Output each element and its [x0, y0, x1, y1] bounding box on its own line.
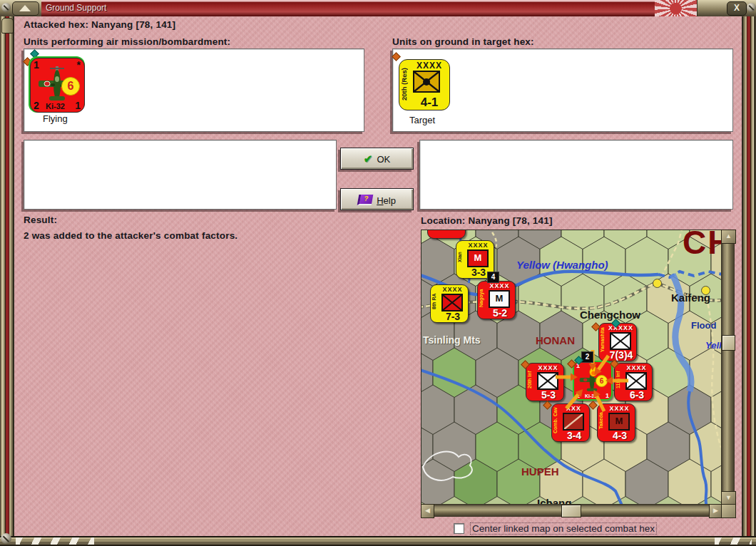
- result-text: 2 was added to the attacker's combat fac…: [24, 230, 237, 241]
- checkmark-icon: ✔: [364, 153, 373, 165]
- scroll-corner: [721, 504, 736, 518]
- triangle-icon: [19, 5, 31, 11]
- air-rating: 6: [61, 77, 80, 96]
- unit-name: 20th Inf: [526, 366, 534, 394]
- unit-size: XXXX: [486, 282, 514, 289]
- unit-value: 7-3: [439, 311, 467, 322]
- air-rating: 6: [596, 375, 608, 387]
- title-bar-corner: [0, 0, 41, 16]
- unit-symbol: M: [467, 249, 489, 267]
- help-button-label: H: [377, 195, 383, 206]
- title-bar[interactable]: Ground Support X: [0, 0, 756, 17]
- counter-extended: 1: [606, 392, 609, 399]
- map-unit-counter[interactable]: XXXXXianM3-3: [456, 240, 494, 279]
- ground-unit-caption: Target: [409, 115, 435, 125]
- location-label: Location: Nanyang [78, 141]: [421, 215, 553, 226]
- window-title: Ground Support: [46, 3, 106, 13]
- ok-button-label: OK: [377, 154, 390, 165]
- unit-value: 5-2: [486, 307, 514, 319]
- unit-size: XXXX: [606, 405, 633, 412]
- system-menu-button[interactable]: [12, 1, 39, 16]
- screw-icon: [747, 3, 756, 12]
- footer-row: Center linked map on selected combat hex: [454, 522, 657, 534]
- map-hscroll-thumb[interactable]: [561, 505, 581, 517]
- map-unit-counter[interactable]: XXXXTakedaM4-3: [597, 403, 635, 442]
- status-dot-orange: [392, 52, 401, 61]
- ground-units-label: Units on ground in target hex:: [392, 36, 534, 47]
- aircraft-type: Ki-32: [46, 102, 65, 110]
- center-map-checkbox-label[interactable]: Center linked map on selected combat hex: [470, 522, 657, 535]
- unit-name: 20th (Res): [400, 63, 409, 105]
- tactical-map[interactable]: CHYellow (Hwangho)wanChengchowKaifengFlo…: [421, 230, 722, 505]
- unit-symbol: [610, 332, 631, 350]
- map-vscroll-thumb[interactable]: [722, 335, 735, 351]
- close-button[interactable]: X: [727, 1, 747, 16]
- unit-size: XXXX: [464, 242, 492, 249]
- help-button[interactable]: Help: [340, 188, 414, 210]
- unit-size: XXXX: [534, 364, 562, 371]
- help-book-icon: [357, 195, 374, 205]
- unit-name: Yamashita: [599, 326, 607, 354]
- result-label: Result:: [24, 215, 57, 225]
- unit-size: XXXXX: [607, 324, 635, 331]
- map-unit-counter[interactable]: XXXComb. Cav3-4: [551, 403, 590, 442]
- unit-symbol: [537, 372, 558, 390]
- window-frame-left: [0, 16, 14, 536]
- map-unit-counter[interactable]: XXXX20th Inf5-3: [526, 363, 564, 401]
- unit-symbol: M: [608, 413, 630, 431]
- unit-size: XXXX: [409, 61, 449, 71]
- air-unit-counter[interactable]: 1 * 6 2 Ki-32 1: [30, 58, 85, 113]
- help-button-label-rest: elp: [384, 195, 396, 206]
- map-unit-counter[interactable]: XXXXNagoyaM5-2: [477, 281, 516, 319]
- map-units-layer: XXXXXianM3-3XXXX8th RA7-3XXXXNagoyaM5-2X…: [422, 230, 721, 504]
- status-dot-teal: [30, 49, 39, 58]
- air-units-list: 1 * 6 2 Ki-32 1 Fly: [24, 48, 364, 132]
- counter-range: 2: [34, 100, 39, 111]
- window-frame-right: [742, 16, 756, 536]
- frame-handle: [1, 18, 14, 34]
- window-frame-bottom: [0, 536, 756, 546]
- unit-name: Comb. Cav: [552, 406, 560, 435]
- ground-support-window: Ground Support X Attacked hex: Nanyang […: [0, 0, 756, 546]
- unit-symbol: [625, 372, 647, 390]
- center-map-checkbox[interactable]: [454, 523, 464, 534]
- ok-button[interactable]: ✔OK: [340, 148, 414, 170]
- infantry-symbol: [413, 71, 440, 93]
- left-empty-list: [24, 140, 337, 210]
- map-vscroll-track[interactable]: [721, 230, 735, 504]
- attacked-hex-label: Attacked hex: Nanyang [78, 141]: [24, 19, 175, 30]
- screw-icon: [1, 533, 11, 544]
- frame-stripes: [16, 537, 94, 545]
- unit-value: 7(3)4: [607, 349, 635, 361]
- map-unit-counter[interactable]: XXXXXYamashita7(3)4: [598, 323, 637, 361]
- map-vscroll-down[interactable]: ▼: [721, 491, 736, 505]
- title-bar-right: X: [697, 0, 756, 16]
- aircraft-type: Ki-32: [585, 393, 597, 398]
- unit-value: 4-1: [409, 96, 449, 110]
- unit-value: 3-3: [464, 267, 493, 278]
- air-unit-caption: Flying: [43, 113, 68, 124]
- unit-name: Xian: [456, 243, 464, 272]
- unit-name: Takeda: [598, 406, 606, 435]
- combat-hex-air-counter[interactable]: 162Ki-321: [573, 361, 613, 401]
- counter-extended: 1: [75, 100, 81, 111]
- unit-name: 8th RA: [431, 287, 439, 316]
- unit-value: 4-3: [606, 430, 634, 441]
- unit-value: 6-3: [623, 389, 651, 401]
- unit-name: Nagoya: [478, 284, 486, 312]
- rising-sun-flag-icon: [655, 0, 697, 16]
- frame-stripes: [715, 537, 752, 545]
- map-vscroll-up[interactable]: ▲: [721, 230, 736, 244]
- map-unit-counter[interactable]: XXXX8th RA7-3: [430, 284, 469, 323]
- map-unit-counter[interactable]: XXXX11th Inf6-3: [614, 363, 653, 401]
- unit-symbol: [441, 294, 463, 311]
- unit-value: 5-3: [534, 389, 563, 401]
- unit-symbol: [563, 413, 584, 431]
- unit-name: 11th Inf: [615, 366, 623, 394]
- ground-unit-counter[interactable]: XXXX 20th (Res) 4-1: [399, 59, 450, 110]
- right-empty-list: [419, 140, 733, 210]
- map-hscroll-left[interactable]: ◀: [421, 504, 434, 518]
- dialog-content: Attacked hex: Nanyang [78, 141] Units pe…: [14, 16, 742, 536]
- map-unit-counter[interactable]: [427, 230, 466, 239]
- unit-size: XXX: [560, 405, 588, 412]
